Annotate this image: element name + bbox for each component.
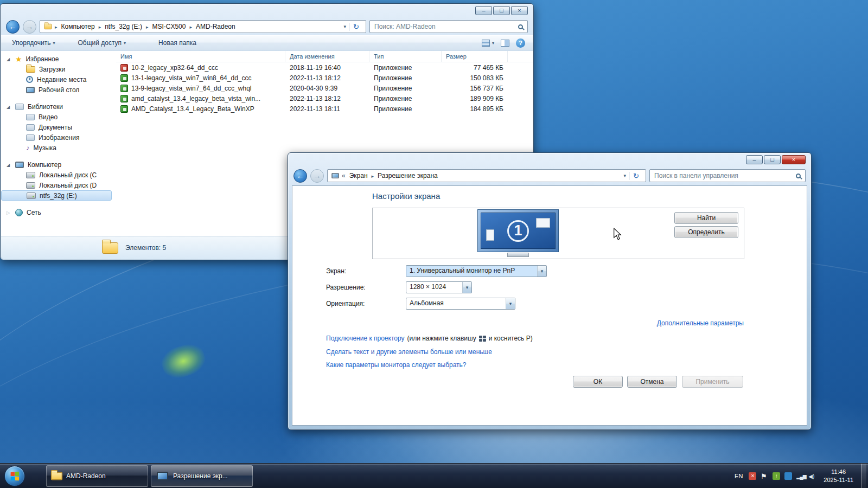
orientation-select[interactable]: Альбомная — [406, 298, 515, 310]
forward-button[interactable] — [23, 20, 36, 34]
file-row[interactable]: amd_catalyst_13.4_legacy_beta_vista_win.… — [116, 93, 533, 104]
sidebar-item-disk-c[interactable]: Локальный диск (C — [1, 170, 116, 180]
monitor-thumbnail-window — [536, 218, 550, 228]
maximize-button[interactable]: □ — [764, 155, 781, 164]
sidebar-group-favorites[interactable]: ★ Избранное — [1, 54, 116, 64]
column-header-type[interactable]: Тип — [369, 51, 442, 62]
breadcrumb-item[interactable]: Экран — [348, 172, 369, 179]
organize-menu[interactable]: Упорядочить — [12, 39, 55, 47]
close-button[interactable]: × — [511, 6, 528, 15]
drive-icon — [27, 192, 36, 199]
search-input[interactable]: Поиск в панели управления — [649, 169, 806, 182]
breadcrumb[interactable]: Компьютер ntfs_32g (E:) MSI-CX500 AMD-Ra… — [40, 20, 366, 33]
command-bar: Упорядочить Общий доступ Новая папка ? — [1, 35, 533, 50]
sidebar-item-videos[interactable]: Видео — [1, 112, 116, 122]
help-icon[interactable]: ? — [516, 38, 525, 48]
safely-remove-icon[interactable] — [773, 472, 780, 480]
desktop[interactable]: { "explorer": { "breadcrumb": ["Компьюте… — [0, 0, 868, 488]
breadcrumb-item[interactable]: MSI-CX500 — [144, 23, 188, 30]
documents-icon — [26, 124, 35, 131]
language-indicator[interactable]: EN — [733, 473, 744, 479]
sidebar-item-music[interactable]: ♪ Музыка — [1, 143, 116, 153]
new-folder-button[interactable]: Новая папка — [158, 39, 196, 47]
sidebar-group-libraries[interactable]: Библиотеки — [1, 102, 116, 112]
start-button[interactable] — [4, 466, 25, 486]
sidebar-item-desktop[interactable]: Рабочий стол — [1, 85, 116, 95]
forward-button[interactable] — [310, 169, 324, 183]
sidebar-item-recent-places[interactable]: Недавние места — [1, 74, 116, 85]
ok-button[interactable]: ОК — [573, 376, 623, 388]
taskbar-button-explorer[interactable]: AMD-Radeon — [46, 465, 148, 487]
preview-pane-button[interactable] — [501, 40, 509, 47]
make-text-larger-link[interactable]: Сделать текст и другие элементы больше и… — [326, 348, 492, 356]
clock[interactable]: 11:46 2025-11-11 — [820, 468, 857, 484]
cancel-button[interactable]: Отмена — [627, 376, 677, 388]
breadcrumb-item[interactable]: AMD-Radeon — [188, 23, 237, 30]
address-dropdown-icon[interactable]: ▾ — [621, 173, 629, 178]
detect-button[interactable]: Найти — [674, 212, 738, 224]
file-date: 2022-11-13 18:12 — [285, 95, 369, 102]
favorites-star-icon: ★ — [15, 56, 22, 62]
monitor-preview[interactable]: 1 — [477, 209, 559, 257]
breadcrumb-item[interactable]: Компьютер — [53, 23, 97, 30]
sidebar-item-documents[interactable]: Документы — [1, 122, 116, 132]
column-header-size[interactable]: Размер — [442, 51, 508, 62]
breadcrumb-collapse-icon[interactable]: « — [340, 172, 347, 179]
close-button[interactable]: × — [782, 155, 806, 164]
refresh-icon[interactable]: ↻ — [629, 172, 642, 180]
which-settings-help-link[interactable]: Какие параметры монитора следует выбрать… — [326, 361, 467, 369]
search-input[interactable]: Поиск: AMD-Radeon — [369, 20, 528, 33]
screen-select[interactable]: 1. Универсальный монитор не PnP — [406, 265, 547, 277]
tray-time: 11:46 — [824, 468, 853, 476]
action-center-flag-icon[interactable] — [761, 472, 768, 480]
page-title: Настройки экрана — [372, 191, 440, 201]
sidebar-item-downloads[interactable]: Загрузки — [1, 64, 116, 74]
taskbar-button-resolution[interactable]: Разрешение экр... — [151, 465, 253, 487]
sidebar-item-ntfs32g-e[interactable]: ntfs_32g (E:) — [1, 190, 112, 201]
group-label: Сеть — [27, 209, 41, 216]
file-row[interactable]: 10-2_legacy_xp32-64_dd_ccc 2018-11-19 16… — [116, 62, 533, 73]
sidebar-item-pictures[interactable]: Изображения — [1, 132, 116, 143]
back-button[interactable] — [6, 20, 20, 34]
identify-button[interactable]: Определить — [674, 226, 738, 238]
wallpaper-green-wisp — [158, 340, 208, 382]
share-label: Общий доступ — [78, 39, 122, 47]
breadcrumb-item[interactable]: Разрешение экрана — [370, 172, 439, 179]
column-header-name[interactable]: Имя — [116, 51, 285, 62]
back-button[interactable] — [293, 169, 307, 183]
computer-icon — [15, 162, 24, 168]
change-view-button[interactable] — [482, 40, 494, 47]
file-row[interactable]: 13-1-legacy_vista_win7_win8_64_dd_ccc 20… — [116, 73, 533, 83]
display-caption-buttons: – □ × — [746, 155, 806, 164]
tray-app-icon[interactable] — [784, 472, 792, 480]
item-label: Музыка — [34, 144, 56, 152]
ati-red-app-icon — [120, 64, 128, 72]
tray-status-icon[interactable] — [749, 472, 756, 480]
share-menu[interactable]: Общий доступ — [78, 39, 126, 47]
file-name: 13-9-legacy_vista_win7_64_dd_ccc_whql — [131, 85, 251, 92]
sidebar-group-network[interactable]: Сеть — [1, 208, 116, 217]
maximize-button[interactable]: □ — [493, 6, 510, 15]
connect-projector-link[interactable]: Подключение к проектору — [326, 335, 405, 342]
file-row[interactable]: 13-9-legacy_vista_win7_64_dd_ccc_whql 20… — [116, 83, 533, 93]
minimize-button[interactable]: – — [475, 6, 492, 15]
show-desktop-button[interactable] — [861, 464, 866, 488]
chevron-down-icon[interactable] — [537, 266, 546, 277]
address-dropdown-icon[interactable]: ▾ — [341, 24, 349, 29]
column-header-date[interactable]: Дата изменения — [285, 51, 369, 62]
sidebar-group-computer[interactable]: Компьютер — [1, 160, 116, 170]
sidebar-item-disk-d[interactable]: Локальный диск (D — [1, 180, 116, 190]
resolution-select[interactable]: 1280 × 1024 — [406, 281, 472, 293]
refresh-icon[interactable]: ↻ — [349, 23, 362, 31]
chevron-down-icon[interactable] — [506, 298, 515, 309]
advanced-settings-link[interactable]: Дополнительные параметры — [657, 319, 744, 327]
volume-icon[interactable] — [808, 472, 816, 480]
minimize-button[interactable]: – — [746, 155, 763, 164]
chevron-down-icon[interactable] — [462, 282, 471, 293]
breadcrumb-item[interactable]: ntfs_32g (E:) — [97, 23, 144, 30]
item-label: Загрузки — [39, 66, 65, 73]
breadcrumb[interactable]: « Экран Разрешение экрана ▾ ↻ — [327, 169, 646, 182]
network-icon[interactable] — [796, 472, 804, 480]
file-row[interactable]: AMD_Catalyst_13.4_Legacy_Beta_WinXP 2022… — [116, 104, 533, 114]
item-label: Видео — [39, 113, 58, 121]
